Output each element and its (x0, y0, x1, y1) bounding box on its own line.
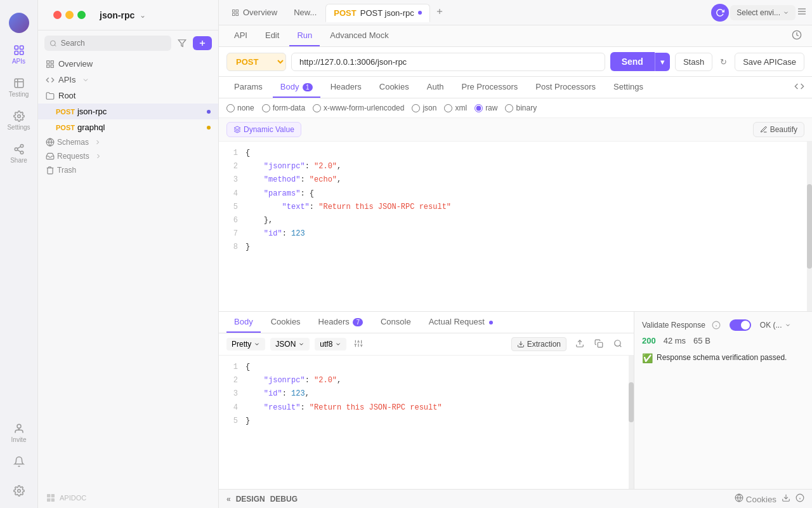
nav-tab-advanced-mock[interactable]: Advanced Mock (322, 25, 396, 46)
info-button[interactable] (796, 493, 804, 504)
request-editor: 1 { 2 "jsonrpc": "2.0", 3 "method": "ech… (219, 142, 812, 311)
svg-rect-18 (47, 60, 49, 63)
beautify-button[interactable]: Beautify (753, 122, 804, 137)
nav-tab-advanced-mock-label: Advanced Mock (330, 30, 389, 40)
dynamic-value-button[interactable]: Dynamic Value (226, 122, 301, 137)
search-resp-button[interactable] (610, 338, 626, 351)
add-tab-button[interactable] (431, 4, 448, 20)
sidebar-settings-icon[interactable] (0, 480, 37, 502)
filter-button[interactable] (175, 36, 189, 50)
url-input[interactable] (291, 53, 605, 71)
sidebar-item-apis[interactable]: APIs (0, 39, 37, 70)
scrollbar-track (807, 142, 812, 311)
sidebar-item-testing[interactable]: Testing (0, 72, 37, 103)
tab-params[interactable]: Params (226, 77, 270, 98)
resp-tab-actual-request[interactable]: Actual Request (421, 312, 501, 333)
request-item-json-rpc[interactable]: POST json-rpc (38, 104, 218, 119)
code-editor[interactable]: 1 { 2 "jsonrpc": "2.0", 3 "method": "ech… (219, 142, 812, 311)
clock-button[interactable] (792, 30, 802, 42)
response-right-panel: Validate Response OK (... 200 42 ms 65 (634, 312, 812, 489)
resp-tab-console[interactable]: Console (373, 312, 419, 333)
send-dropdown[interactable]: ▾ (655, 53, 670, 71)
tab-body[interactable]: Body 1 (273, 77, 320, 98)
tab-overview[interactable]: Overview (224, 4, 285, 21)
import-button[interactable] (782, 493, 790, 504)
sidebar-root-folder[interactable]: Root (38, 88, 218, 104)
minimize-button[interactable] (65, 11, 74, 19)
filter-resp-button[interactable] (354, 339, 363, 350)
settings-icon-label: Settings (7, 124, 30, 131)
tab-auth-label: Auth (427, 82, 444, 91)
format-json[interactable]: JSON (270, 338, 310, 351)
tab-headers[interactable]: Headers (323, 77, 369, 98)
tab-new[interactable]: New... (286, 4, 324, 21)
svg-marker-15 (178, 40, 186, 47)
scrollbar-thumb[interactable] (807, 184, 812, 269)
validate-toggle[interactable] (730, 319, 751, 331)
resp-action-buttons (572, 338, 626, 351)
sidebar-item-schemas[interactable]: Schemas (38, 135, 218, 149)
option-urlencoded[interactable]: x-www-form-urlencoded (313, 104, 404, 112)
copy-button[interactable] (591, 338, 607, 351)
svg-point-50 (615, 340, 620, 345)
option-raw[interactable]: raw (475, 104, 497, 112)
app-title-chevron[interactable]: ⌄ (140, 11, 146, 20)
tab-post-json-rpc[interactable]: POST POST json-rpc (325, 4, 429, 22)
method-select[interactable]: POST GET PUT DELETE (226, 53, 286, 71)
option-form-data[interactable]: form-data (262, 104, 305, 112)
tab-post-processors[interactable]: Post Processors (528, 77, 603, 98)
option-binary[interactable]: binary (505, 104, 537, 112)
search-input[interactable] (61, 39, 166, 48)
maximize-button[interactable] (77, 11, 86, 19)
export-button[interactable] (572, 338, 588, 351)
close-button[interactable] (53, 11, 62, 19)
resp-tab-cookies[interactable]: Cookies (263, 312, 308, 333)
nav-tab-run[interactable]: Run (289, 25, 320, 46)
sidebar-item-share[interactable]: Share (0, 138, 37, 169)
resp-scrollbar-thumb[interactable] (629, 382, 634, 422)
tab-pre-processors[interactable]: Pre Processors (454, 77, 525, 98)
send-button[interactable]: Send (610, 52, 655, 71)
json-chevron-icon (298, 341, 304, 347)
sidebar-item-trash[interactable]: Trash (38, 163, 218, 177)
code-icon[interactable] (794, 81, 804, 93)
sidebar-item-settings[interactable]: Settings (0, 105, 37, 136)
menu-button[interactable] (797, 6, 807, 18)
sidebar-item-invite[interactable]: Invite (0, 418, 37, 448)
tab-cookies[interactable]: Cookies (372, 77, 417, 98)
verify-text: Response schema verification passed. (657, 353, 787, 362)
nav-tab-edit[interactable]: Edit (258, 25, 287, 46)
nav-tab-api[interactable]: API (226, 25, 255, 46)
cookies-button[interactable]: Cookies (735, 493, 776, 504)
status-row: 200 42 ms 65 B (642, 336, 804, 345)
tab-cookies-label: Cookies (379, 82, 409, 91)
resp-tab-headers[interactable]: Headers 7 (311, 312, 370, 333)
option-json[interactable]: json (412, 104, 436, 112)
save-button[interactable]: Save APICase (735, 53, 804, 71)
option-none[interactable]: none (226, 104, 254, 112)
env-selector[interactable]: Select envi... (730, 5, 796, 20)
stash-reload-button[interactable]: ↻ (717, 55, 730, 69)
tab-bar: Overview New... POST POST json-rpc (219, 0, 812, 25)
nav-back-button[interactable]: « (226, 495, 231, 504)
svg-line-9 (17, 147, 20, 149)
apidoc-label: APIDOC (60, 494, 86, 502)
resp-tab-body[interactable]: Body (226, 312, 261, 333)
format-encoding[interactable]: utf8 (315, 338, 346, 351)
format-pretty[interactable]: Pretty (226, 338, 265, 351)
ok-badge[interactable]: OK (... (760, 321, 791, 330)
sidebar-item-apis[interactable]: APIs (38, 72, 218, 88)
add-button[interactable] (193, 36, 212, 50)
response-toolbar: Pretty JSON utf8 (219, 333, 634, 356)
sidebar-item-overview[interactable]: Overview (38, 56, 218, 72)
sidebar-item-notifications[interactable] (0, 451, 37, 472)
extraction-button[interactable]: Extraction (511, 337, 566, 351)
avatar[interactable] (9, 13, 29, 33)
request-item-graphql[interactable]: POST graphql (38, 119, 218, 135)
sidebar-item-requests[interactable]: Requests (38, 149, 218, 163)
refresh-button[interactable] (711, 4, 729, 22)
stash-button[interactable]: Stash (675, 53, 712, 71)
tab-settings[interactable]: Settings (606, 77, 651, 98)
option-xml[interactable]: xml (444, 104, 467, 112)
tab-auth[interactable]: Auth (419, 77, 452, 98)
